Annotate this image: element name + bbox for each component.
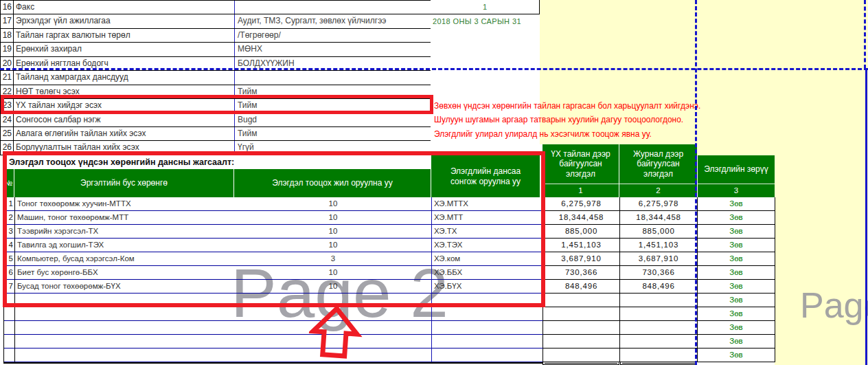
table-row: 17 Эрхэлдэг үйл ажиллагаа Аудит, ТМЗ, Су… <box>1 14 431 28</box>
ux-amount-cell[interactable]: 848,496 <box>543 280 620 294</box>
asset-cell[interactable] <box>15 335 235 349</box>
table-row: 16 Факс <box>1 1 431 14</box>
field-label: Факс <box>14 1 234 14</box>
field-label: Сонгосон салбар нэгж <box>14 113 234 126</box>
row-number: 18 <box>1 29 14 42</box>
spreadsheet-page-break-preview: Page 2 Page 16 Факс 17 Эрхэлдэг үйл ажил… <box>0 0 868 365</box>
field-label: Тайланд хамрагдах дансдууд <box>14 71 234 84</box>
depreciation-row-empty: Зөв <box>4 335 775 349</box>
status-cell[interactable]: Зөв <box>698 211 775 225</box>
journal-amount-cell[interactable]: 3,687,910 <box>620 252 698 266</box>
report-date-cell[interactable]: 2018 ОНЫ 3 САРЫН 31 <box>431 15 542 28</box>
account-cell[interactable] <box>432 321 543 335</box>
row-number: 25 <box>1 127 14 140</box>
ux-amount-cell[interactable]: 6,275,978 <box>543 197 620 211</box>
field-value-cell[interactable]: Аудит, ТМЗ, Сургалт, зөвлөх үйлчилгээ <box>234 14 431 27</box>
journal-amount-cell[interactable]: 730,366 <box>620 266 698 280</box>
header-col1[interactable]: 1 <box>542 184 619 197</box>
header-col2[interactable]: 2 <box>619 184 697 197</box>
journal-amount-cell[interactable]: 885,000 <box>620 225 698 239</box>
depreciation-row-empty: Зөв <box>4 307 775 321</box>
row-no <box>4 321 15 335</box>
field-value-cell[interactable] <box>234 1 431 14</box>
header-col3[interactable]: 3 <box>698 184 775 197</box>
depreciation-row-empty: Зөв <box>4 321 775 335</box>
field-label: Тайлан гаргах валютын төрөл <box>14 29 234 42</box>
asset-cell[interactable] <box>15 321 235 335</box>
company-info-table: 16 Факс 17 Эрхэлдэг үйл ажиллагаа Аудит,… <box>0 0 431 155</box>
status-cell[interactable]: Зөв <box>698 349 775 362</box>
account-cell[interactable] <box>432 307 543 321</box>
journal-amount-cell[interactable]: 1,451,103 <box>620 239 698 252</box>
field-value-cell[interactable]: /Төгрөгөөр/ <box>234 29 431 42</box>
page-break-horizontal[interactable] <box>0 68 868 70</box>
note-line: Элэгдлийг улирал улиралд нь хэсэгчилж то… <box>434 127 652 141</box>
ux-amount-cell[interactable] <box>543 321 620 335</box>
asset-cell[interactable] <box>15 349 235 362</box>
table-row: 21 Тайланд хамрагдах дансдууд <box>1 71 431 85</box>
ux-amount-cell[interactable]: 730,366 <box>543 266 620 280</box>
row-no <box>4 307 15 321</box>
journal-amount-cell[interactable] <box>620 294 698 307</box>
highlight-box-row23 <box>1 95 433 114</box>
status-cell[interactable]: Зөв <box>698 294 775 307</box>
ux-amount-cell[interactable]: 885,000 <box>543 225 620 239</box>
row-number: 24 <box>1 113 14 126</box>
ux-amount-cell[interactable] <box>543 335 620 349</box>
header-journal-depreciation[interactable]: Журнал дээр байгуулсан элэгдэл <box>619 144 697 184</box>
ux-amount-cell[interactable] <box>543 294 620 307</box>
field-value-cell[interactable] <box>234 71 431 84</box>
table-row: 18 Тайлан гаргах валютын төрөл /Төгрөгөө… <box>1 29 431 43</box>
status-cell[interactable]: Зөв <box>698 239 775 252</box>
print-area-right-border <box>865 69 867 365</box>
asset-cell[interactable] <box>15 307 235 321</box>
field-label: Эрхэлдэг үйл ажиллагаа <box>14 14 234 27</box>
journal-amount-cell[interactable]: 18,344,458 <box>620 211 698 225</box>
page-break-vertical-right[interactable] <box>864 0 866 69</box>
column-marker-cell[interactable]: 1 <box>431 0 540 14</box>
row-number: 19 <box>1 43 14 56</box>
field-label: Ерөнхий захирал <box>14 43 234 56</box>
ux-amount-cell[interactable]: 1,451,103 <box>543 239 620 252</box>
table-row: 19 Ерөнхий захирал МӨНХ <box>1 43 431 56</box>
field-value-cell[interactable]: МӨНХ <box>234 43 431 56</box>
table-bottom-border <box>3 362 542 364</box>
account-cell[interactable] <box>432 349 543 362</box>
field-value-cell[interactable]: Bugd <box>234 113 431 126</box>
journal-amount-cell[interactable] <box>620 307 698 321</box>
row-no <box>4 335 15 349</box>
ux-amount-cell[interactable]: 3,687,910 <box>543 252 620 266</box>
ux-amount-cell[interactable] <box>543 349 620 362</box>
status-cell[interactable]: Зөв <box>698 197 775 211</box>
row-number: 17 <box>1 14 14 27</box>
journal-amount-cell[interactable] <box>620 335 698 349</box>
ux-amount-cell[interactable] <box>543 307 620 321</box>
status-cell[interactable]: Зөв <box>698 280 775 294</box>
status-cell[interactable]: Зөв <box>698 307 775 321</box>
total-cell-partial <box>542 362 619 365</box>
header-diff[interactable]: Элэгдлийн зөрүү <box>698 155 775 184</box>
status-cell[interactable]: Зөв <box>698 225 775 239</box>
journal-amount-cell[interactable]: 848,496 <box>620 280 698 294</box>
status-cell[interactable]: Зөв <box>698 321 775 335</box>
status-cell[interactable]: Зөв <box>698 252 775 266</box>
table-row: 25 Авлага өглөгийн тайлан хийх эсэх Тийм <box>1 127 431 141</box>
up-arrow-annotation <box>307 303 364 362</box>
ux-amount-cell[interactable]: 18,344,458 <box>543 211 620 225</box>
depreciation-row-empty: Зөв <box>4 349 775 362</box>
account-cell[interactable] <box>432 335 543 349</box>
page-break-vertical[interactable] <box>695 0 697 365</box>
status-cell[interactable]: Зөв <box>698 335 775 349</box>
note-line: Шулуун шугамын аргаар татварын хуулийн д… <box>434 113 683 126</box>
row-number: 16 <box>1 1 14 14</box>
total-cell-partial <box>620 362 697 365</box>
journal-amount-cell[interactable] <box>620 349 698 362</box>
header-ux-depreciation[interactable]: ҮХ тайлан дээр байгуулсан элэгдэл <box>542 144 619 184</box>
note-line: Зөвхөн үндсэн хөрөнгийн тайлан гаргасан … <box>434 99 700 113</box>
highlight-box-depreciation-table <box>3 151 545 307</box>
field-value-cell[interactable]: Тийм <box>234 127 431 140</box>
journal-amount-cell[interactable]: 6,275,978 <box>620 197 698 211</box>
status-cell[interactable]: Зөв <box>698 266 775 280</box>
row-no <box>4 349 15 362</box>
journal-amount-cell[interactable] <box>620 321 698 335</box>
